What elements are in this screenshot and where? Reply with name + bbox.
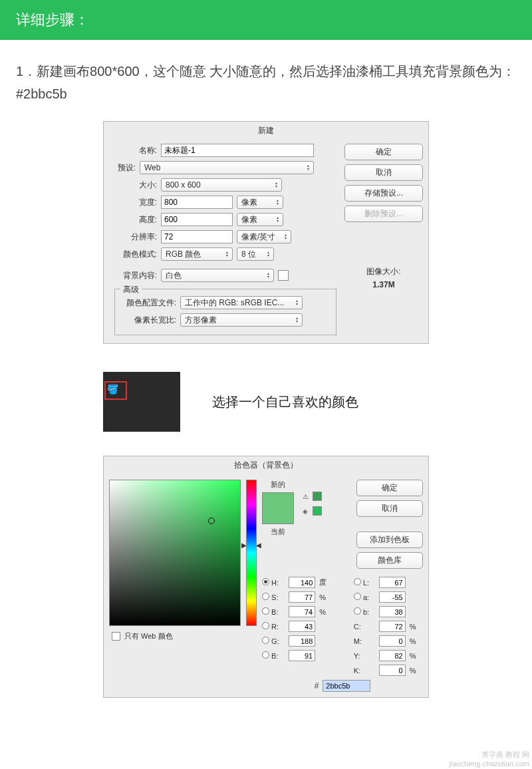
bit-select[interactable]: 8 位: [237, 247, 274, 261]
web-only-checkbox[interactable]: [112, 632, 120, 641]
page-title: 详细步骤：: [16, 11, 89, 28]
advanced-fieldset: 高级 颜色配置文件: 工作中的 RGB: sRGB IEC... 像素长宽比: …: [114, 289, 336, 335]
radio-g[interactable]: [262, 637, 269, 644]
radio-s[interactable]: [262, 593, 269, 600]
label-size: 大小:: [109, 180, 161, 191]
color-picker-dialog: 拾色器（背景色） 只有 Web 颜色 ▶ ◀ 新的 当前: [103, 456, 429, 698]
color-field[interactable]: [109, 480, 241, 626]
label-preset: 预设:: [109, 162, 140, 174]
label-width: 宽度:: [109, 197, 161, 208]
new-document-dialog: 新建 名称: 预设: Web 大小: 800 x 600 宽度: 像素 高度:: [103, 121, 429, 344]
ok-button[interactable]: 确定: [344, 144, 423, 160]
web-only-label: 只有 Web 颜色: [124, 631, 173, 641]
watermark: 查字典 教程 网 jiaocheng.chazidian.com: [450, 750, 529, 768]
cp-cancel-button[interactable]: 取消: [356, 500, 423, 517]
page-header: 详细步骤：: [0, 0, 532, 40]
c-label: C:: [354, 623, 376, 631]
b-input[interactable]: [289, 606, 315, 617]
name-input[interactable]: [161, 144, 314, 157]
r-input[interactable]: [289, 621, 315, 632]
s-input[interactable]: [289, 591, 315, 603]
hue-handle-right-icon: ◀: [256, 541, 261, 549]
add-swatch-button[interactable]: 添加到色板: [356, 532, 423, 548]
toolbar-thumbnail: 🪣: [103, 372, 180, 432]
res-unit-select[interactable]: 像素/英寸: [237, 230, 291, 243]
height-input[interactable]: [161, 213, 233, 226]
label-name: 名称:: [109, 145, 161, 156]
hash-label: #: [315, 681, 319, 691]
cp-ok-button[interactable]: 确定: [356, 480, 423, 496]
radio-b[interactable]: [262, 607, 269, 615]
label-bg: 背景内容:: [109, 270, 161, 281]
gamut-warning-icon[interactable]: ⚠: [301, 492, 310, 501]
label-mode: 颜色模式:: [109, 249, 161, 260]
color-lib-button[interactable]: 颜色库: [356, 552, 423, 569]
aspect-select[interactable]: 方形像素: [180, 313, 303, 327]
bg-swatch[interactable]: [278, 270, 289, 281]
radio-h[interactable]: [262, 578, 269, 585]
width-input[interactable]: [161, 196, 233, 209]
tool-snippet: 🪣 选择一个自己喜欢的颜色: [103, 372, 429, 432]
gamut-swatch[interactable]: [313, 492, 322, 501]
cp-title: 拾色器（背景色）: [104, 456, 428, 474]
k-input[interactable]: [379, 665, 406, 676]
width-unit-select[interactable]: 像素: [237, 196, 283, 209]
l-input[interactable]: [379, 577, 406, 588]
hex-input[interactable]: [323, 680, 370, 692]
lab-b-input[interactable]: [379, 606, 406, 617]
new-color-swatch[interactable]: [262, 492, 294, 524]
profile-select[interactable]: 工作中的 RGB: sRGB IEC...: [180, 296, 303, 309]
bb-input[interactable]: [289, 650, 315, 661]
c-input[interactable]: [379, 621, 406, 632]
deg-unit: 度: [319, 577, 334, 587]
current-color-label: 当前: [271, 527, 285, 537]
g-input[interactable]: [289, 635, 315, 647]
bg-select[interactable]: 白色: [161, 269, 274, 282]
paint-bucket-icon: 🪣: [107, 384, 118, 394]
label-res: 分辨率:: [109, 231, 161, 243]
mode-select[interactable]: RGB 颜色: [161, 247, 233, 261]
save-preset-button[interactable]: 存储预设...: [344, 185, 423, 202]
cube-icon[interactable]: ◈: [301, 506, 310, 516]
intro-paragraph: 1．新建画布800*600，这个随意 大小随意的，然后选择油漆桶工具填充背景颜色…: [0, 40, 532, 121]
size-select[interactable]: 800 x 600: [161, 178, 282, 192]
tool-caption: 选择一个自己喜欢的颜色: [212, 393, 358, 411]
label-aspect: 像素长宽比:: [119, 315, 180, 326]
cancel-button[interactable]: 取消: [344, 164, 423, 181]
image-size-label: 图像大小:: [344, 266, 423, 277]
k-label: K:: [354, 667, 376, 675]
label-profile: 颜色配置文件:: [119, 297, 180, 309]
res-input[interactable]: [161, 230, 233, 243]
preset-select[interactable]: Web: [140, 161, 314, 174]
radio-a[interactable]: [354, 593, 361, 600]
m-input[interactable]: [379, 635, 406, 647]
radio-l[interactable]: [354, 578, 361, 585]
new-color-label: 新的: [271, 480, 285, 490]
image-size-value: 1.37M: [344, 280, 423, 289]
a-input[interactable]: [379, 591, 406, 603]
height-unit-select[interactable]: 像素: [237, 213, 283, 226]
radio-bb[interactable]: [262, 651, 269, 659]
advanced-legend: 高级: [120, 284, 142, 295]
dialog-title: 新建: [104, 122, 428, 140]
color-values-grid: H: 度 L: S: % a: B: % b:: [262, 577, 423, 676]
y-label: Y:: [354, 652, 376, 660]
delete-preset-button[interactable]: 删除预设...: [344, 206, 423, 222]
y-input[interactable]: [379, 650, 406, 661]
hue-handle-left-icon: ▶: [241, 541, 247, 549]
m-label: M:: [354, 637, 376, 645]
radio-lab-b[interactable]: [354, 607, 361, 615]
radio-r[interactable]: [262, 622, 269, 629]
hue-slider[interactable]: ▶ ◀: [246, 480, 257, 626]
color-cursor[interactable]: [208, 518, 215, 524]
websafe-swatch[interactable]: [313, 506, 322, 516]
label-height: 高度:: [109, 214, 161, 226]
h-input[interactable]: [289, 577, 315, 588]
